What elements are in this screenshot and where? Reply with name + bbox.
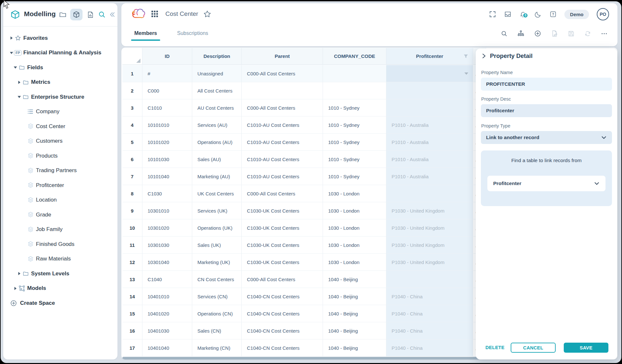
parent-cell[interactable]: C1030-UK Cost Centers bbox=[242, 237, 323, 254]
company-code-cell[interactable]: 1010 - Sydney bbox=[323, 116, 386, 134]
description-cell[interactable]: Sales (UK) bbox=[192, 237, 242, 254]
sidebar-item-fields[interactable]: Fields bbox=[3, 60, 117, 75]
parent-cell[interactable]: C1040-CN Cost Centers bbox=[242, 339, 323, 357]
tab-members[interactable]: Members bbox=[134, 30, 157, 41]
sidebar-item-enterprise-structure[interactable]: Enterprise Structure bbox=[3, 90, 117, 105]
column-header-company-code[interactable]: COMPANY_CODE bbox=[323, 48, 386, 65]
profitcenter-cell[interactable]: P1010 - Australia bbox=[386, 151, 473, 168]
column-header-parent[interactable]: Parent bbox=[242, 48, 323, 65]
row-number-cell[interactable]: 7 bbox=[122, 168, 142, 185]
description-cell[interactable]: Sales (CN) bbox=[192, 322, 242, 339]
row-number-cell[interactable]: 13 bbox=[122, 271, 142, 288]
column-header-id[interactable]: ID bbox=[142, 48, 192, 65]
profitcenter-cell[interactable]: P1040 - China bbox=[386, 288, 473, 305]
profitcenter-cell[interactable]: P1010 - Australia bbox=[386, 168, 473, 185]
row-number-cell[interactable]: 4 bbox=[122, 116, 142, 134]
row-number-cell[interactable]: 11 bbox=[122, 237, 142, 254]
row-number-cell[interactable]: 2 bbox=[122, 82, 142, 99]
cancel-button[interactable]: CANCEL bbox=[511, 343, 556, 353]
sidebar-item-cost-center[interactable]: Cost Center bbox=[3, 119, 117, 134]
id-cell[interactable]: 10101020 bbox=[142, 134, 192, 151]
parent-cell[interactable]: C000-All Cost Centers bbox=[242, 271, 323, 288]
profitcenter-cell[interactable]: P1010 - Australia bbox=[386, 134, 473, 151]
row-number-cell[interactable]: 10 bbox=[122, 219, 142, 237]
profitcenter-cell[interactable]: P1030 - United Kingdom bbox=[386, 219, 473, 237]
profitcenter-cell[interactable]: P1010 - Australia bbox=[386, 116, 473, 134]
id-cell[interactable]: 10101040 bbox=[142, 168, 192, 185]
folder-icon[interactable] bbox=[57, 9, 69, 20]
id-cell[interactable]: 10101010 bbox=[142, 116, 192, 134]
parent-cell[interactable]: C1030-UK Cost Centers bbox=[242, 219, 323, 237]
inbox-icon[interactable] bbox=[504, 10, 512, 18]
tree-caret-icon[interactable] bbox=[9, 51, 14, 54]
sidebar-item-grade[interactable]: Grade bbox=[3, 207, 117, 222]
cell-dropdown-icon[interactable] bbox=[464, 72, 468, 75]
cube-icon[interactable] bbox=[70, 9, 83, 20]
row-number-cell[interactable]: 14 bbox=[122, 288, 142, 305]
row-number-cell[interactable]: 16 bbox=[122, 322, 142, 339]
parent-cell[interactable]: C000-All Cost Centers bbox=[242, 65, 323, 82]
row-number-cell[interactable]: 12 bbox=[122, 254, 142, 271]
id-cell[interactable]: 10101030 bbox=[142, 151, 192, 168]
parent-cell[interactable]: C000-All Cost Centers bbox=[242, 185, 323, 202]
id-cell[interactable]: 10301040 bbox=[142, 254, 192, 271]
company-code-cell[interactable]: 1040 - Beijing bbox=[323, 339, 386, 357]
description-cell[interactable]: Marketing (UK) bbox=[192, 254, 242, 271]
property-type-select[interactable]: Link to another record bbox=[481, 131, 612, 144]
company-code-cell[interactable]: 1030 - London bbox=[323, 202, 386, 219]
search-icon[interactable] bbox=[501, 30, 508, 37]
more-icon[interactable] bbox=[601, 30, 608, 37]
link-table-select[interactable]: Profitcenter bbox=[487, 176, 605, 191]
id-cell[interactable]: 10401020 bbox=[142, 305, 192, 322]
tree-caret-icon[interactable] bbox=[17, 81, 21, 84]
row-number-cell[interactable]: 5 bbox=[122, 134, 142, 151]
company-code-cell[interactable]: 1010 - Sydney bbox=[323, 151, 386, 168]
sidebar-item-profitcenter[interactable]: Profitcenter bbox=[3, 178, 117, 193]
sidebar-item-customers[interactable]: Customers bbox=[3, 134, 117, 149]
product-cloud-logo[interactable] bbox=[131, 7, 146, 20]
profitcenter-cell[interactable] bbox=[386, 82, 473, 99]
row-number-cell[interactable]: 3 bbox=[122, 99, 142, 116]
tree-caret-icon[interactable] bbox=[13, 66, 17, 69]
company-code-cell[interactable]: 1040 - Beijing bbox=[323, 271, 386, 288]
save-button[interactable]: SAVE bbox=[564, 343, 608, 353]
company-code-cell[interactable]: 1030 - London bbox=[323, 219, 386, 237]
description-cell[interactable]: Services (AU) bbox=[192, 116, 242, 134]
parent-cell[interactable]: C1010-AU Cost Centers bbox=[242, 134, 323, 151]
description-cell[interactable]: Unassigned bbox=[192, 65, 242, 82]
create-space-button[interactable]: Create Space bbox=[3, 296, 117, 310]
sidebar-item-location[interactable]: Location bbox=[3, 193, 117, 208]
row-number-cell[interactable]: 9 bbox=[122, 202, 142, 219]
parent-cell[interactable]: C1040-CN Cost Centers bbox=[242, 288, 323, 305]
company-code-cell[interactable] bbox=[323, 65, 386, 82]
parent-cell[interactable] bbox=[242, 82, 323, 99]
profitcenter-cell[interactable]: P1030 - United Kingdom bbox=[386, 254, 473, 271]
description-cell[interactable]: Operations (UK) bbox=[192, 219, 242, 237]
id-cell[interactable]: 10301010 bbox=[142, 202, 192, 219]
hierarchy-icon[interactable] bbox=[517, 30, 525, 37]
sidebar-item-finished-goods[interactable]: Finished Goods bbox=[3, 237, 117, 252]
parent-cell[interactable]: C1010-AU Cost Centers bbox=[242, 116, 323, 134]
sidebar-item-metrics[interactable]: Metrics bbox=[3, 75, 117, 90]
id-cell[interactable]: 10401010 bbox=[142, 288, 192, 305]
fullscreen-icon[interactable] bbox=[489, 11, 496, 18]
tree-caret-icon[interactable] bbox=[17, 272, 21, 275]
add-icon[interactable] bbox=[534, 30, 541, 37]
help-icon[interactable]: ? bbox=[550, 11, 557, 18]
company-code-cell[interactable]: 1030 - London bbox=[323, 254, 386, 271]
table-corner-header[interactable] bbox=[122, 48, 142, 65]
panel-collapse-chevron-icon[interactable] bbox=[481, 53, 487, 59]
save-icon[interactable] bbox=[568, 30, 575, 37]
description-cell[interactable]: Services (UK) bbox=[192, 202, 242, 219]
property-desc-input[interactable]: Profitcenter bbox=[481, 104, 612, 117]
favorite-star-icon[interactable] bbox=[203, 10, 211, 18]
sidebar-item-job-family[interactable]: Job Family bbox=[3, 222, 117, 237]
profitcenter-cell[interactable] bbox=[386, 99, 473, 116]
app-grid-icon[interactable] bbox=[151, 10, 158, 17]
parent-cell[interactable]: C1010-AU Cost Centers bbox=[242, 168, 323, 185]
profitcenter-cell[interactable]: P1040 - China bbox=[386, 305, 473, 322]
company-code-cell[interactable]: 1030 - London bbox=[323, 237, 386, 254]
demo-badge[interactable]: Demo bbox=[564, 10, 589, 19]
profitcenter-cell[interactable]: P1030 - United Kingdom bbox=[386, 237, 473, 254]
sidebar-item-trading-partners[interactable]: Trading Partners bbox=[3, 163, 117, 178]
